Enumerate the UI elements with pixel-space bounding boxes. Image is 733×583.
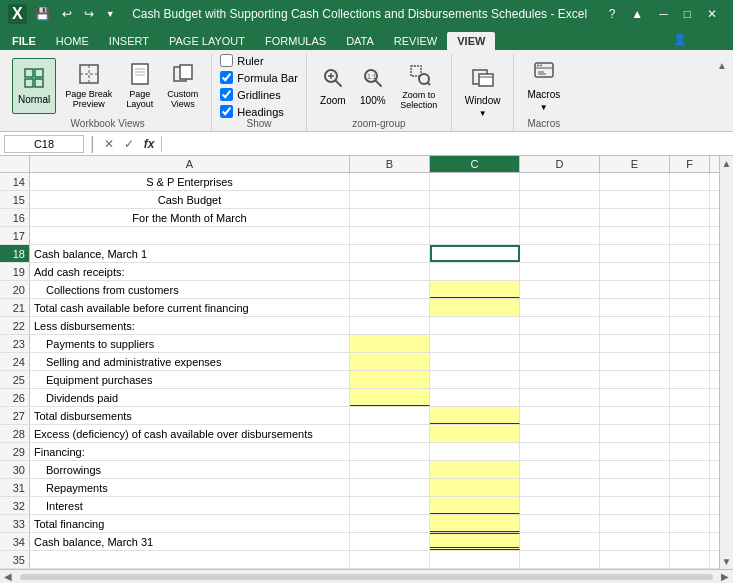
redo-icon[interactable]: ↪ (80, 5, 98, 23)
cell-a34[interactable]: Cash balance, March 31 (30, 533, 350, 550)
cell-b21[interactable] (350, 299, 430, 316)
cell-b27[interactable] (350, 407, 430, 424)
cell-a24[interactable]: Selling and administrative expenses (30, 353, 350, 370)
cell-e14[interactable] (600, 173, 670, 190)
tab-file[interactable]: FILE (2, 32, 46, 50)
macros-button[interactable]: Macros ▼ (522, 58, 565, 114)
cell-b14[interactable] (350, 173, 430, 190)
cell-a25[interactable]: Equipment purchases (30, 371, 350, 388)
cell-name-box[interactable] (4, 135, 84, 153)
cell-d21[interactable] (520, 299, 600, 316)
cell-a30[interactable]: Borrowings (30, 461, 350, 478)
cell-c26[interactable] (430, 389, 520, 406)
quick-access-dropdown[interactable]: ▼ (102, 7, 119, 21)
cell-e29[interactable] (600, 443, 670, 460)
cell-f24[interactable] (670, 353, 710, 370)
cell-e25[interactable] (600, 371, 670, 388)
tab-formulas[interactable]: FORMULAS (255, 32, 336, 50)
custom-views-button[interactable]: CustomViews (162, 58, 203, 114)
cancel-icon[interactable]: ✕ (101, 136, 117, 152)
cell-e30[interactable] (600, 461, 670, 478)
cell-b34[interactable] (350, 533, 430, 550)
cell-b30[interactable] (350, 461, 430, 478)
formula-bar-checkbox-label[interactable]: Formula Bar (220, 71, 298, 84)
tab-review[interactable]: REVIEW (384, 32, 447, 50)
cell-d28[interactable] (520, 425, 600, 442)
cell-a22[interactable]: Less disbursements: (30, 317, 350, 334)
cell-b17[interactable] (350, 227, 430, 244)
cell-f17[interactable] (670, 227, 710, 244)
cell-f27[interactable] (670, 407, 710, 424)
cell-e33[interactable] (600, 515, 670, 532)
function-icon[interactable]: fx (141, 136, 158, 152)
cell-e15[interactable] (600, 191, 670, 208)
cell-e23[interactable] (600, 335, 670, 352)
scroll-right-arrow[interactable]: ▶ (717, 569, 733, 583)
cell-c27[interactable] (430, 407, 520, 424)
cell-a31[interactable]: Repayments (30, 479, 350, 496)
cell-b22[interactable] (350, 317, 430, 334)
cell-f31[interactable] (670, 479, 710, 496)
cell-c14[interactable] (430, 173, 520, 190)
ribbon-collapse-button[interactable]: ▲ (623, 5, 651, 23)
window-button[interactable]: Window ▼ (460, 64, 506, 120)
cell-f19[interactable] (670, 263, 710, 280)
zoom-100-button[interactable]: 1:1 100% (355, 58, 391, 114)
cell-e35[interactable] (600, 551, 670, 568)
gridlines-checkbox-label[interactable]: Gridlines (220, 88, 298, 101)
cell-e26[interactable] (600, 389, 670, 406)
cell-c25[interactable] (430, 371, 520, 388)
cell-e31[interactable] (600, 479, 670, 496)
cell-e19[interactable] (600, 263, 670, 280)
cell-d14[interactable] (520, 173, 600, 190)
cell-c22[interactable] (430, 317, 520, 334)
cell-c23[interactable] (430, 335, 520, 352)
close-button[interactable]: ✕ (699, 5, 725, 23)
scroll-down-arrow[interactable]: ▼ (720, 554, 733, 569)
cell-b18[interactable] (350, 245, 430, 262)
cell-b29[interactable] (350, 443, 430, 460)
cell-d18[interactable] (520, 245, 600, 262)
cell-f20[interactable] (670, 281, 710, 298)
scroll-up-arrow[interactable]: ▲ (720, 156, 733, 171)
cell-c19[interactable] (430, 263, 520, 280)
cell-e28[interactable] (600, 425, 670, 442)
cell-b33[interactable] (350, 515, 430, 532)
cell-a32[interactable]: Interest (30, 497, 350, 514)
cell-c15[interactable] (430, 191, 520, 208)
cell-d33[interactable] (520, 515, 600, 532)
cell-d23[interactable] (520, 335, 600, 352)
cell-f23[interactable] (670, 335, 710, 352)
col-header-c[interactable]: C (430, 156, 520, 172)
tab-data[interactable]: DATA (336, 32, 384, 50)
confirm-icon[interactable]: ✓ (121, 136, 137, 152)
cell-d24[interactable] (520, 353, 600, 370)
tab-home[interactable]: HOME (46, 32, 99, 50)
cell-f18[interactable] (670, 245, 710, 262)
cell-d30[interactable] (520, 461, 600, 478)
cell-b32[interactable] (350, 497, 430, 514)
cell-e17[interactable] (600, 227, 670, 244)
cell-d16[interactable] (520, 209, 600, 226)
cell-b28[interactable] (350, 425, 430, 442)
ruler-checkbox-label[interactable]: Ruler (220, 54, 298, 67)
cell-d22[interactable] (520, 317, 600, 334)
cell-c16[interactable] (430, 209, 520, 226)
cell-a14[interactable]: S & P Enterprises (30, 173, 350, 190)
cell-b31[interactable] (350, 479, 430, 496)
cell-c33[interactable] (430, 515, 520, 532)
save-icon[interactable]: 💾 (31, 5, 54, 23)
cell-d27[interactable] (520, 407, 600, 424)
cell-f15[interactable] (670, 191, 710, 208)
cell-a28[interactable]: Excess (deficiency) of cash available ov… (30, 425, 350, 442)
cell-d32[interactable] (520, 497, 600, 514)
minimize-button[interactable]: ─ (651, 5, 676, 23)
scroll-left-arrow[interactable]: ◀ (0, 569, 16, 583)
cell-a18[interactable]: Cash balance, March 1 (30, 245, 350, 262)
cell-b16[interactable] (350, 209, 430, 226)
cell-d31[interactable] (520, 479, 600, 496)
cell-f28[interactable] (670, 425, 710, 442)
cell-f30[interactable] (670, 461, 710, 478)
col-header-f[interactable]: F (670, 156, 710, 172)
cell-a26[interactable]: Dividends paid (30, 389, 350, 406)
